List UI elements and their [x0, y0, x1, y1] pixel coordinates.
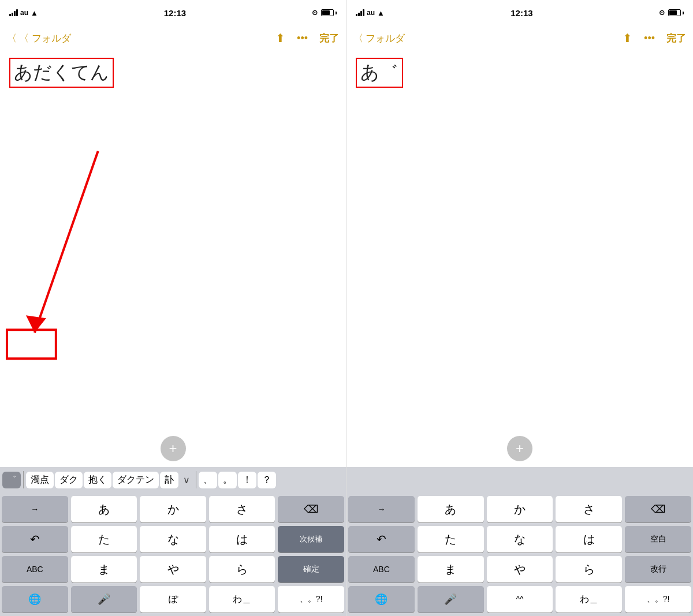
right-time: 12:13 [511, 8, 532, 18]
signal-bars-icon [9, 9, 18, 16]
r-bar4 [363, 9, 364, 16]
left-key-punct[interactable]: 、。?! [278, 586, 344, 613]
left-key-ma[interactable]: ま [71, 556, 137, 583]
right-key-punct[interactable]: 、。?! [625, 586, 691, 613]
bar3 [14, 11, 16, 16]
left-key-mic[interactable]: 🎤 [71, 586, 137, 613]
svg-marker-1 [26, 315, 46, 333]
wifi-icon: ▲ [31, 9, 38, 17]
left-key-delete[interactable]: ⌫ [278, 496, 344, 522]
left-suggestion-question[interactable]: ？ [258, 472, 276, 488]
right-carrier-label: au [367, 9, 375, 17]
left-done-button[interactable]: 完了 [319, 32, 339, 45]
r-bar1 [356, 14, 357, 16]
left-suggestion-1[interactable]: 濁点 [26, 472, 54, 488]
right-key-row-2: ↶ た な は 空白 [348, 526, 691, 552]
left-suggestion-3[interactable]: 抱く [84, 472, 111, 488]
svg-line-0 [35, 151, 98, 333]
left-note-text[interactable]: あだくてん [9, 58, 114, 88]
left-sep-0 [23, 471, 24, 488]
left-share-icon[interactable]: ⬆ [275, 31, 285, 45]
left-key-next-candidate[interactable]: 次候補 [278, 526, 344, 552]
left-key-wa[interactable]: わ＿ [209, 586, 275, 613]
right-screen-record-icon: ⊙ [659, 9, 665, 17]
left-key-undo[interactable]: ↶ [2, 526, 68, 552]
left-back-button[interactable]: 〈 〈 フォルダ [7, 32, 71, 45]
left-key-emoji[interactable]: 🌐 [2, 586, 68, 613]
right-status-left: au ▲ [356, 9, 385, 17]
bar1 [9, 14, 11, 16]
right-key-delete[interactable]: ⌫ [625, 496, 691, 522]
left-back-label: 〈 フォルダ [19, 32, 71, 45]
left-key-po[interactable]: ぽ [140, 586, 206, 613]
right-share-icon[interactable]: ⬆ [623, 31, 632, 45]
right-status-right: ⊙ [659, 9, 684, 17]
right-key-caret[interactable]: ^^ [487, 586, 553, 613]
right-signal-bars-icon [356, 9, 364, 16]
left-status-bar: au ▲ 12:13 ⊙ [0, 0, 346, 25]
left-suggestion-comma[interactable]: 、 [199, 472, 217, 488]
right-key-mic[interactable]: 🎤 [418, 586, 484, 613]
left-key-arrow[interactable]: → [2, 496, 68, 522]
right-key-undo[interactable]: ↶ [348, 526, 415, 552]
right-status-bar: au ▲ 12:13 ⊙ [346, 0, 693, 25]
right-key-ra[interactable]: ら [556, 556, 622, 583]
left-suggestion-5[interactable]: 訃 [160, 472, 178, 488]
left-key-ra[interactable]: ら [209, 556, 275, 583]
left-key-ha[interactable]: は [209, 526, 275, 552]
right-key-ta[interactable]: た [418, 526, 484, 552]
left-key-na[interactable]: な [140, 526, 206, 552]
left-key-ya[interactable]: や [140, 556, 206, 583]
left-more-icon[interactable]: ••• [297, 32, 308, 44]
right-done-button[interactable]: 完了 [666, 32, 686, 45]
bar4 [16, 9, 18, 16]
right-key-abc[interactable]: ABC [348, 556, 415, 583]
right-key-wa[interactable]: わ＿ [556, 586, 622, 613]
right-more-icon[interactable]: ••• [644, 32, 655, 44]
left-key-row-4: 🌐 🎤 ぽ わ＿ 、。?! [2, 586, 344, 613]
left-suggestion-period[interactable]: 。 [218, 472, 237, 488]
right-add-button[interactable]: + [507, 436, 532, 461]
left-key-ka[interactable]: か [140, 496, 206, 522]
right-key-a[interactable]: あ [418, 496, 484, 522]
right-note-text[interactable]: あ゛ [356, 58, 403, 88]
left-suggestion-2[interactable]: ダク [55, 472, 83, 488]
right-key-emoji[interactable]: 🌐 [348, 586, 415, 613]
left-note-content: あだくてん [0, 51, 346, 430]
left-time: 12:13 [164, 8, 186, 18]
left-key-abc[interactable]: ABC [2, 556, 68, 583]
left-annotation-arrow [0, 51, 346, 430]
left-key-sa[interactable]: さ [209, 496, 275, 522]
left-key-confirm[interactable]: 確定 [278, 556, 344, 583]
right-note-content: あ゛ [346, 51, 693, 430]
right-key-na[interactable]: な [487, 526, 553, 552]
left-suggestion-0[interactable]: ゛ [2, 472, 21, 488]
left-expand-icon: ∨ [183, 475, 190, 486]
left-phone-panel: au ▲ 12:13 ⊙ 〈 〈 フォルダ ⬆ ••• 完了 あだくてん [0, 0, 346, 616]
right-key-row-1: → あ か さ ⌫ [348, 496, 691, 522]
right-back-button[interactable]: 〈 フォルダ [353, 32, 405, 45]
left-key-a[interactable]: あ [71, 496, 137, 522]
right-wifi-icon: ▲ [377, 9, 385, 17]
left-plus-icon: + [169, 440, 177, 457]
left-keyboard: → あ か さ ⌫ ↶ た な は 次候補 ABC ま や ら 確定 🌐 🎤 ぽ… [0, 492, 346, 616]
left-nav-bar: 〈 〈 フォルダ ⬆ ••• 完了 [0, 25, 346, 51]
right-key-return[interactable]: 改行 [625, 556, 691, 583]
right-key-ka[interactable]: か [487, 496, 553, 522]
left-status-left: au ▲ [9, 9, 38, 17]
left-suggestion-expand[interactable]: ∨ [180, 472, 193, 488]
left-key-ta[interactable]: た [71, 526, 137, 552]
right-key-ma[interactable]: ま [418, 556, 484, 583]
right-keyboard: → あ か さ ⌫ ↶ た な は 空白 ABC ま や ら 改行 🌐 🎤 ^^… [346, 492, 693, 616]
right-key-space[interactable]: 空白 [625, 526, 691, 552]
left-suggestion-exclaim[interactable]: ！ [238, 472, 256, 488]
right-key-arrow[interactable]: → [348, 496, 415, 522]
right-battery-body [668, 9, 681, 16]
left-add-button[interactable]: + [161, 436, 186, 461]
right-suggestion-bar [346, 467, 693, 492]
right-key-sa[interactable]: さ [556, 496, 622, 522]
right-key-ha[interactable]: は [556, 526, 622, 552]
right-key-ya[interactable]: や [487, 556, 553, 583]
left-suggestion-4[interactable]: ダクテン [113, 472, 159, 488]
battery-fill [322, 10, 330, 15]
